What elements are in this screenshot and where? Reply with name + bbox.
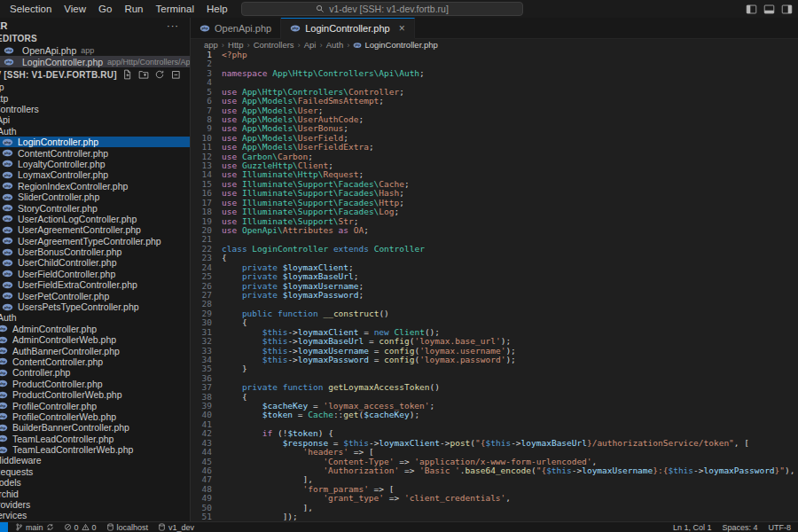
- tree-item-BuilderBannerController.php[interactable]: phpBuilderBannerController.php: [0, 422, 190, 433]
- tree-item-UserAgreementController.php[interactable]: phpUserAgreementController.php: [0, 224, 190, 235]
- git-branch[interactable]: main: [15, 523, 54, 532]
- tree-item-LoginController.php[interactable]: phpLoginController.php: [0, 137, 190, 147]
- breadcrumb-item-LoginController.php[interactable]: phpLoginController.php: [353, 40, 437, 50]
- tree-item-Auth[interactable]: Auth: [0, 312, 190, 323]
- encoding[interactable]: UTF-8: [769, 523, 792, 532]
- tree-item-Auth[interactable]: Auth: [0, 126, 190, 137]
- tree-item-UserFieldExtraController.php[interactable]: phpUserFieldExtraController.php: [0, 279, 190, 290]
- menu-terminal[interactable]: Terminal: [149, 0, 200, 18]
- tree-item-LoymaxController.php[interactable]: phpLoymaxController.php: [0, 169, 190, 180]
- tree-item-UserPetController.php[interactable]: phpUserPetController.php: [0, 290, 190, 301]
- tree-item-UserAgreementTypeController.php[interactable]: phpUserAgreementTypeController.php: [0, 235, 190, 246]
- tree-item-Models[interactable]: Models: [0, 477, 190, 488]
- tree-item-AdminControllerWeb.php[interactable]: phpAdminControllerWeb.php: [0, 334, 190, 345]
- tree-item-Controller.php[interactable]: phpController.php: [0, 367, 190, 378]
- toggle-panel-icon[interactable]: [763, 4, 775, 15]
- tree-item-Providers[interactable]: Providers: [0, 499, 190, 510]
- tree-item-UsersPetsTypeController.php[interactable]: phpUsersPetsTypeController.php: [0, 301, 190, 312]
- tree-item-TeamLeadControllerWeb.php[interactable]: phpTeamLeadControllerWeb.php: [0, 444, 190, 455]
- code-token: $loymaxUsername: [283, 281, 359, 291]
- cursor-position[interactable]: Ln 1, Col 1: [673, 523, 712, 532]
- database-label: v1_dev: [168, 523, 194, 532]
- tree-item-RegionIndexController.php[interactable]: phpRegionIndexController.php: [0, 181, 190, 192]
- menu-selection[interactable]: Selection: [4, 0, 58, 18]
- breadcrumb-separator: ›: [298, 40, 301, 50]
- explorer-title: EXPLORER: [0, 20, 8, 31]
- tree-item-UserActionLogController.php[interactable]: phpUserActionLogController.php: [0, 214, 190, 224]
- menu-help[interactable]: Help: [200, 0, 234, 18]
- breadcrumb-item-Auth[interactable]: Auth: [326, 40, 344, 50]
- remote-indicator[interactable]: [0, 522, 8, 532]
- code-token: get: [343, 410, 358, 419]
- open-editors-header[interactable]: OPEN EDITORS: [0, 33, 190, 44]
- breadcrumb-item-Http[interactable]: Http: [228, 40, 243, 50]
- breadcrumb-item-Controllers[interactable]: Controllers: [254, 40, 294, 50]
- tree-item-AuthBannerController.php[interactable]: phpAuthBannerController.php: [0, 345, 190, 356]
- menu-go[interactable]: Go: [92, 0, 118, 18]
- tree-item-ContentController.php[interactable]: phpContentController.php: [0, 356, 190, 367]
- tree-item-AdminController.php[interactable]: phpAdminController.php: [0, 324, 190, 334]
- db-host[interactable]: localhost: [106, 523, 149, 532]
- tree-item-ProfileControllerWeb.php[interactable]: phpProfileControllerWeb.php: [0, 411, 190, 422]
- tree-item-TeamLeadController.php[interactable]: phpTeamLeadController.php: [0, 434, 190, 444]
- problems[interactable]: 0 0: [64, 523, 97, 532]
- code-token: ->: [369, 438, 379, 448]
- tree-item-SliderController.php[interactable]: phpSliderController.php: [0, 192, 190, 202]
- tree-item-Controllers[interactable]: Controllers: [0, 104, 190, 114]
- open-editor-OpenApi.php[interactable]: phpOpenApi.phpapp: [0, 44, 190, 56]
- indentation[interactable]: Spaces: 4: [722, 523, 757, 532]
- tab-OpenApi.php[interactable]: phpOpenApi.php: [191, 18, 281, 38]
- tree-item-app[interactable]: app: [0, 82, 190, 92]
- menu-view[interactable]: View: [58, 0, 92, 18]
- workspace-header[interactable]: V1-DEV [SSH: V1-DEV.FORTB.RU]: [0, 67, 190, 82]
- tree-item-Api[interactable]: Api: [0, 114, 190, 125]
- open-editor-LoginController.php[interactable]: phpLoginController.phpapp/Http/Controlle…: [0, 56, 190, 67]
- customize-layout-icon[interactable]: [781, 4, 793, 15]
- code-token: loymaxUsername: [582, 466, 653, 475]
- code-editor[interactable]: 1<?php23namespace App\Http\Controllers\A…: [191, 51, 798, 521]
- php-file-icon: php: [0, 411, 8, 422]
- tree-item-Http[interactable]: Http: [0, 92, 190, 103]
- toggle-sidebar-icon[interactable]: [746, 4, 757, 15]
- tree-item-Orchid[interactable]: Orchid: [0, 488, 190, 498]
- tree-item-LoyaltyController.php[interactable]: phpLoyaltyController.php: [0, 159, 190, 169]
- tree-item-UserBonusController.php[interactable]: phpUserBonusController.php: [0, 246, 190, 257]
- code-token: [222, 327, 262, 337]
- tree-item-label: LoymaxController.php: [18, 169, 108, 180]
- host-label: localhost: [117, 523, 149, 532]
- new-file-icon[interactable]: [122, 69, 133, 80]
- tree-item-StoryController.php[interactable]: phpStoryController.php: [0, 202, 190, 213]
- refresh-icon[interactable]: [154, 69, 165, 80]
- menu-run[interactable]: Run: [118, 0, 149, 18]
- breadcrumb-separator: ›: [246, 40, 249, 50]
- code-token: ;: [354, 271, 359, 281]
- tree-item-Middleware[interactable]: Middleware: [0, 455, 190, 466]
- breadcrumb-item-Api[interactable]: Api: [304, 40, 317, 50]
- tab-LoginController.php[interactable]: phpLoginController.php×: [281, 18, 414, 38]
- tree-item-ContentController.php[interactable]: phpContentController.php: [0, 147, 190, 158]
- tree-item-Requests[interactable]: Requests: [0, 466, 190, 477]
- tree-item-label: AuthBannerController.php: [12, 346, 120, 356]
- tree-item-Services[interactable]: Services: [0, 510, 190, 520]
- db-connection[interactable]: v1_dev: [158, 523, 194, 532]
- breadcrumb-item-app[interactable]: app: [204, 40, 218, 50]
- tree-item-UserChildController.php[interactable]: phpUserChildController.php: [0, 257, 190, 268]
- more-actions-icon[interactable]: ···: [167, 21, 179, 30]
- command-center[interactable]: v1-dev [SSH: v1-dev.fortb.ru]: [241, 2, 523, 16]
- collapse-all-icon[interactable]: [170, 69, 181, 80]
- tree-item-ProductControllerWeb.php[interactable]: phpProductControllerWeb.php: [0, 389, 190, 400]
- new-folder-icon[interactable]: [138, 69, 149, 80]
- svg-text:php: php: [0, 448, 6, 452]
- tree-item-UserFieldController.php[interactable]: phpUserFieldController.php: [0, 269, 190, 279]
- php-file-icon: php: [2, 169, 13, 180]
- code-token: 'Authorization': [323, 466, 399, 475]
- svg-text:php: php: [4, 250, 12, 254]
- tree-item-ProductController.php[interactable]: phpProductController.php: [0, 379, 190, 389]
- code-token: 'application/x-www-form-urlencoded': [414, 457, 591, 466]
- code-token: new: [374, 327, 389, 337]
- code-token: ;: [358, 290, 364, 300]
- svg-text:php: php: [0, 360, 6, 364]
- code-token: ;: [399, 87, 404, 97]
- close-icon[interactable]: ×: [399, 23, 405, 34]
- tree-item-ProfileController.php[interactable]: phpProfileController.php: [0, 400, 190, 411]
